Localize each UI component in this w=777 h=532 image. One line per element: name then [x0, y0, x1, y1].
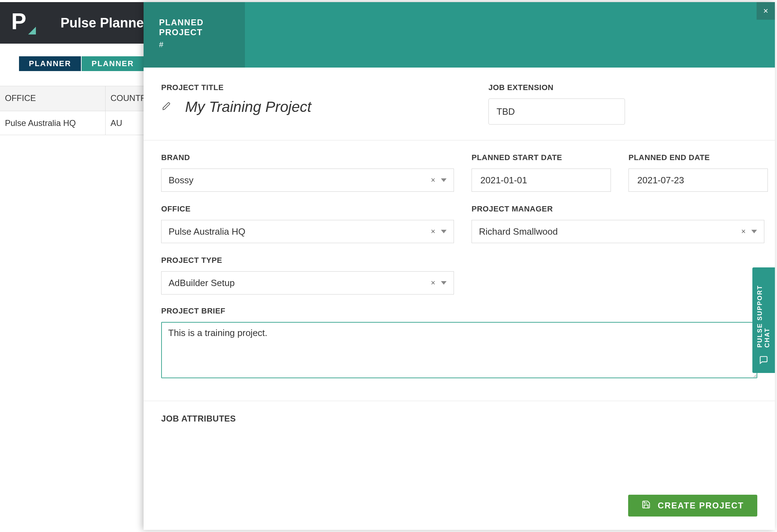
chevron-down-icon — [751, 230, 757, 233]
office-group: OFFICE Pulse Australia HQ × — [161, 204, 454, 243]
project-manager-select[interactable]: Richard Smallwood × — [472, 220, 764, 243]
job-extension-input[interactable]: TBD — [488, 99, 625, 125]
start-date-label: PLANNED START DATE — [472, 153, 611, 162]
project-title-value[interactable]: My Training Project — [185, 99, 311, 115]
project-brief-textarea[interactable] — [161, 322, 757, 378]
office-select[interactable]: Pulse Australia HQ × — [161, 220, 454, 243]
create-project-label: CREATE PROJECT — [658, 501, 744, 511]
tab-planner-1[interactable]: PLANNER — [19, 56, 81, 71]
cell-office: Pulse Australia HQ — [0, 111, 106, 135]
col-header-country: COUNTRY — [106, 86, 148, 111]
project-type-group: PROJECT TYPE AdBuilder Setup × — [161, 256, 454, 294]
start-date-input[interactable]: 2021-01-01 — [472, 169, 611, 192]
office-label: OFFICE — [161, 204, 454, 214]
support-chat-label: PULSE SUPPORT CHAT — [756, 274, 771, 348]
brand-value: Bossy — [169, 175, 194, 186]
project-title-group: PROJECT TITLE My Training Project — [161, 83, 474, 125]
end-date-group: PLANNED END DATE 2021-07-23 — [628, 153, 768, 192]
job-extension-label: JOB EXTENSION — [488, 83, 757, 92]
chat-icon — [759, 355, 768, 366]
job-attributes-label: JOB ATTRIBUTES — [161, 414, 757, 424]
brand-group: BRAND Bossy × — [161, 153, 454, 192]
start-date-group: PLANNED START DATE 2021-01-01 — [472, 153, 611, 192]
pencil-icon — [162, 102, 171, 112]
project-type-value: AdBuilder Setup — [169, 278, 235, 289]
project-manager-group: PROJECT MANAGER Richard Smallwood × — [472, 204, 764, 243]
project-brief-group: PROJECT BRIEF — [161, 306, 757, 380]
create-project-panel: PLANNED PROJECT # × PROJECT TITLE — [144, 2, 775, 530]
close-button[interactable]: × — [757, 2, 775, 20]
app-title: Pulse Planne — [61, 15, 144, 31]
app-logo: P — [11, 11, 36, 35]
job-extension-value: TBD — [497, 106, 515, 117]
cell-country: AU — [106, 111, 148, 135]
table-row[interactable]: Pulse Australia HQ AU — [0, 111, 148, 135]
app-header: P Pulse Planne — [0, 2, 148, 44]
project-type-select[interactable]: AdBuilder Setup × — [161, 271, 454, 294]
panel-subtitle: # — [159, 40, 245, 49]
support-chat-tab[interactable]: PULSE SUPPORT CHAT — [752, 267, 775, 373]
end-date-input[interactable]: 2021-07-23 — [628, 169, 768, 192]
chevron-down-icon — [441, 281, 447, 285]
office-value: Pulse Australia HQ — [169, 226, 245, 237]
chevron-down-icon — [441, 178, 447, 182]
col-header-office: OFFICE — [0, 86, 106, 111]
edit-title-button[interactable] — [161, 102, 172, 112]
type-clear-icon[interactable]: × — [427, 278, 439, 287]
office-clear-icon[interactable]: × — [427, 227, 439, 236]
project-type-label: PROJECT TYPE — [161, 256, 454, 265]
end-date-value: 2021-07-23 — [637, 175, 684, 186]
project-manager-label: PROJECT MANAGER — [472, 204, 764, 214]
project-title-label: PROJECT TITLE — [161, 83, 474, 92]
close-icon: × — [763, 6, 768, 16]
project-manager-value: Richard Smallwood — [479, 226, 558, 237]
panel-title: PLANNED PROJECT — [159, 18, 245, 37]
brand-label: BRAND — [161, 153, 454, 162]
pm-clear-icon[interactable]: × — [738, 227, 749, 236]
create-project-button[interactable]: CREATE PROJECT — [628, 495, 757, 517]
end-date-label: PLANNED END DATE — [628, 153, 768, 162]
start-date-value: 2021-01-01 — [480, 175, 527, 186]
tab-strip: PLANNER PLANNER — [19, 56, 144, 71]
job-extension-group: JOB EXTENSION TBD — [488, 83, 757, 125]
save-icon — [642, 500, 651, 511]
panel-header: PLANNED PROJECT # × — [144, 2, 775, 68]
chevron-down-icon — [441, 230, 447, 233]
tab-planner-2[interactable]: PLANNER — [82, 56, 144, 71]
brand-select[interactable]: Bossy × — [161, 169, 454, 192]
brand-clear-icon[interactable]: × — [427, 176, 439, 185]
background-table: OFFICE COUNTRY Pulse Australia HQ AU — [0, 86, 148, 135]
project-brief-label: PROJECT BRIEF — [161, 306, 757, 316]
